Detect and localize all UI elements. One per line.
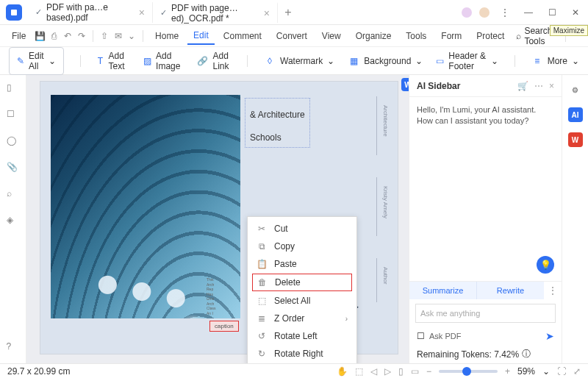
- ctx-cut[interactable]: ✂Cut: [248, 220, 356, 238]
- close-icon[interactable]: ×: [139, 7, 145, 18]
- ctx-delete[interactable]: 🗑Delete: [253, 274, 351, 290]
- ctx-rotate-left[interactable]: ↺Rotate Left: [248, 327, 356, 345]
- menu-view[interactable]: View: [316, 28, 347, 44]
- checkbox[interactable]: ☐: [417, 331, 425, 341]
- zoom-out-icon[interactable]: −: [426, 366, 431, 377]
- settings-icon[interactable]: ⚙: [568, 82, 583, 97]
- document-canvas[interactable]: & Architecture Schools Architecture Kris…: [26, 75, 409, 363]
- prev-page-icon[interactable]: ◁: [370, 366, 377, 377]
- print-icon[interactable]: ⎙: [49, 28, 60, 44]
- ctx-rotate-right[interactable]: ↻Rotate Right: [248, 345, 356, 363]
- summarize-button[interactable]: Summarize: [409, 282, 477, 299]
- zoom-in-icon[interactable]: +: [505, 366, 510, 377]
- menu-home[interactable]: Home: [149, 28, 184, 44]
- ai-icon[interactable]: AI: [568, 107, 583, 122]
- watermark-button[interactable]: ◊Watermark⌄: [264, 55, 334, 67]
- share-icon[interactable]: ⇧: [99, 28, 110, 44]
- cart-icon[interactable]: 🛒: [517, 81, 528, 91]
- watermark-icon: ◊: [264, 55, 276, 67]
- bulb-icon[interactable]: 💡: [537, 256, 554, 274]
- menu-protect[interactable]: Protect: [470, 28, 510, 44]
- fullscreen-icon[interactable]: ⤢: [573, 366, 581, 377]
- layers-icon[interactable]: ◈: [7, 215, 20, 228]
- continuous-icon[interactable]: ▭: [411, 366, 419, 377]
- vertical-label: Architecture: [382, 105, 389, 137]
- vertical-label: Kristy Amely: [382, 186, 389, 218]
- titlebar: ✓PDF with pa…e based).pdf× ✓PDF with pag…: [0, 0, 588, 25]
- menu-organize[interactable]: Organize: [350, 28, 398, 44]
- redo-icon[interactable]: ↷: [76, 28, 87, 44]
- more-button[interactable]: ≡More⌄: [531, 55, 579, 67]
- close-icon[interactable]: ×: [264, 7, 270, 19]
- menu-tools[interactable]: Tools: [400, 28, 432, 44]
- background-button[interactable]: ▦Background⌄: [348, 55, 423, 67]
- ctx-copy[interactable]: ⧉Copy: [248, 238, 356, 255]
- menu-form[interactable]: Form: [435, 28, 467, 44]
- maximize-button[interactable]: ☐: [544, 4, 560, 21]
- word-icon[interactable]: W: [568, 132, 583, 147]
- info-icon[interactable]: ⓘ: [522, 348, 531, 360]
- ai-actions: Summarize Rewrite ⋮: [409, 281, 562, 299]
- headline-text[interactable]: & Architecture Schools: [245, 98, 310, 148]
- zoom-value[interactable]: 59%: [517, 366, 535, 377]
- actions-more[interactable]: ⋮: [544, 282, 562, 299]
- bookmark-icon[interactable]: ☐: [7, 109, 20, 122]
- undo-icon[interactable]: ↶: [62, 28, 74, 44]
- select-tool-icon[interactable]: ⬚: [355, 366, 363, 377]
- next-page-icon[interactable]: ▷: [384, 366, 391, 377]
- ai-input[interactable]: Ask me anything: [415, 304, 556, 323]
- send-icon[interactable]: ➤: [545, 330, 554, 342]
- menubar: File 💾 ⎙ ↶ ↷ ⇧ ✉ ⌄ Home Edit Comment Con…: [0, 25, 588, 47]
- divider: [376, 177, 377, 236]
- add-text-button[interactable]: TAdd Text: [96, 51, 130, 71]
- hand-tool-icon[interactable]: ✋: [337, 366, 348, 377]
- attachment-icon[interactable]: 📎: [7, 162, 20, 175]
- add-image-button[interactable]: ▨Add Image: [143, 51, 184, 71]
- tab-inactive[interactable]: ✓PDF with pa…e based).pdf×: [28, 2, 153, 23]
- app-icon[interactable]: [6, 4, 22, 21]
- more-icon[interactable]: ⋯: [534, 81, 543, 91]
- edit-all-button[interactable]: ✎Edit All⌄: [9, 47, 64, 75]
- selected-caption[interactable]: caption: [209, 321, 239, 332]
- search-icon[interactable]: ⌕: [7, 188, 20, 202]
- tab-label: PDF with page…ed)_OCR.pdf *: [171, 3, 257, 24]
- close-button[interactable]: ✕: [567, 4, 584, 21]
- menu-file[interactable]: File: [6, 28, 32, 44]
- menu-convert[interactable]: Convert: [270, 28, 313, 44]
- copy-icon: ⧉: [257, 241, 267, 252]
- rotate-right-icon: ↻: [257, 349, 267, 359]
- chevron-down-icon[interactable]: ⌄: [126, 28, 137, 44]
- close-icon[interactable]: ×: [549, 81, 554, 91]
- avatar[interactable]: [462, 7, 472, 18]
- mail-icon[interactable]: ✉: [112, 28, 123, 44]
- image-icon: ▨: [143, 55, 151, 67]
- context-menu: ✂Cut ⧉Copy 📋Paste 🗑Delete ⬚Select All ≣Z…: [247, 216, 357, 363]
- ctx-overturn-h[interactable]: ⇋Overturn Horizontally: [248, 363, 356, 363]
- header-footer-button[interactable]: ▭Header & Footer⌄: [436, 51, 498, 71]
- ctx-select-all[interactable]: ⬚Select All: [248, 292, 356, 310]
- menu-edit[interactable]: Edit: [187, 27, 215, 45]
- minimize-button[interactable]: —: [520, 4, 537, 21]
- notification-icon[interactable]: [479, 7, 490, 18]
- new-tab-button[interactable]: +: [278, 6, 298, 19]
- rewrite-button[interactable]: Rewrite: [477, 282, 544, 299]
- check-icon: ✓: [35, 7, 42, 17]
- add-link-button[interactable]: 🔗Add Link: [197, 51, 231, 71]
- menu-comment[interactable]: Comment: [218, 28, 268, 44]
- ctx-z-order[interactable]: ≣Z Order›: [248, 310, 356, 327]
- zoom-slider[interactable]: [439, 370, 498, 373]
- ai-sidebar: AI Sidebar 🛒 ⋯ × Hello, I'm Lumi, your A…: [409, 75, 562, 363]
- word-badge[interactable]: W: [401, 78, 409, 91]
- layers-icon: ≣: [257, 313, 267, 324]
- save-icon[interactable]: 💾: [35, 28, 46, 44]
- tab-active[interactable]: ✓PDF with page…ed)_OCR.pdf *×: [153, 2, 278, 23]
- chevron-down-icon[interactable]: ⌄: [542, 366, 550, 377]
- kebab-icon[interactable]: ⋮: [497, 4, 513, 21]
- slider-knob[interactable]: [462, 367, 471, 376]
- comment-icon[interactable]: ◯: [7, 135, 20, 149]
- thumbnails-icon[interactable]: ▯: [7, 82, 20, 96]
- help-icon[interactable]: ?: [7, 341, 20, 354]
- fit-width-icon[interactable]: ⛶: [557, 366, 566, 377]
- single-page-icon[interactable]: ▯: [398, 366, 404, 377]
- statusbar: 29.7 x 20.99 cm ✋ ⬚ ◁ ▷ ▯ ▭ − + 59%⌄ ⛶ ⤢: [0, 363, 588, 378]
